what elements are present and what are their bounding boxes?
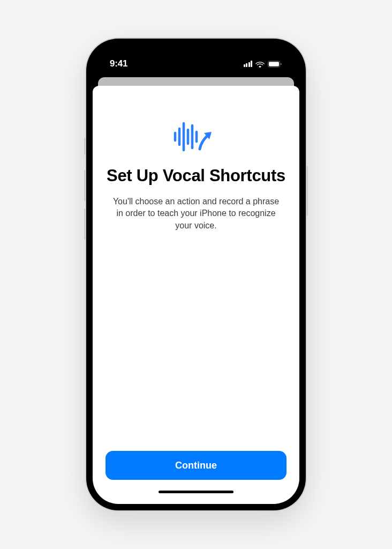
page-description: You'll choose an action and record a phr… [105, 196, 287, 232]
volume-up-button [84, 170, 86, 201]
status-time: 9:41 [110, 58, 127, 69]
volume-down-button [84, 209, 86, 240]
home-indicator[interactable] [159, 491, 233, 493]
setup-sheet: Set Up Vocal Shortcuts You'll choose an … [93, 86, 299, 504]
cellular-signal-icon [244, 61, 253, 67]
spacer [105, 232, 287, 451]
vocal-shortcuts-icon [105, 118, 287, 155]
phone-side-buttons-right [306, 166, 308, 216]
wifi-icon [255, 61, 265, 68]
continue-button[interactable]: Continue [105, 451, 287, 480]
dynamic-island [164, 54, 228, 72]
status-icons [244, 61, 283, 68]
silent-switch [84, 138, 86, 155]
svg-rect-1 [269, 62, 279, 66]
page-title: Set Up Vocal Shortcuts [105, 166, 287, 186]
phone-screen: 9:41 [93, 45, 299, 504]
phone-side-buttons-left [84, 138, 86, 247]
power-button [306, 166, 308, 216]
battery-icon [268, 61, 282, 68]
phone-device-frame: 9:41 [86, 39, 306, 510]
